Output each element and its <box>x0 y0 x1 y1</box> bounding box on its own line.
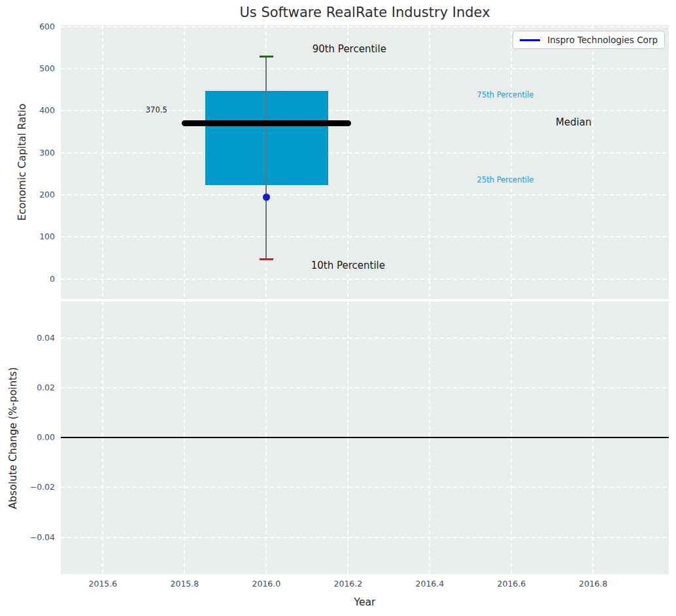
chart-title: Us Software RealRate Industry Index <box>239 5 490 20</box>
x-tick-label: 2016.8 <box>579 579 608 589</box>
x-gridline <box>511 25 512 299</box>
y-gridline <box>61 537 669 538</box>
x-axis-label: Year <box>354 596 376 608</box>
y-axis-label-top: Economic Capital Ratio <box>16 103 28 220</box>
median-line <box>182 120 351 126</box>
y-tick-label: 0.00 <box>0 432 55 442</box>
figure: Us Software RealRate Industry Index Insp… <box>0 0 676 616</box>
y-tick-label: 0 <box>0 274 55 284</box>
annotation-10th-percentile: 10th Percentile <box>311 260 385 271</box>
zero-line <box>61 437 669 438</box>
x-tick-label: 2016.2 <box>334 579 363 589</box>
y-gridline <box>61 68 669 69</box>
y-tick-label: −0.04 <box>0 532 55 542</box>
y-tick-label: 400 <box>0 105 55 115</box>
annotation-90th-percentile: 90th Percentile <box>313 43 386 55</box>
annotation-median: Median <box>556 116 592 128</box>
x-tick-label: 2016.0 <box>252 579 281 589</box>
legend-line-sample <box>520 39 540 41</box>
bottom-axes-absolute-change <box>61 301 669 574</box>
y-tick-label: 500 <box>0 63 55 73</box>
y-tick-label: 0.02 <box>0 383 55 392</box>
x-tick-label: 2016.6 <box>498 579 526 589</box>
y-gridline <box>61 387 669 388</box>
y-gridline <box>61 236 669 237</box>
annotation-25th-percentile: 25th Percentile <box>477 175 534 184</box>
legend-label: Inspro Technologies Corp <box>547 35 658 45</box>
x-gridline <box>429 25 430 299</box>
y-tick-label: 0.04 <box>0 333 55 343</box>
y-gridline <box>61 194 669 196</box>
y-tick-label: 200 <box>0 190 55 199</box>
p10-cap <box>260 258 273 260</box>
x-tick-label: 2015.6 <box>89 579 118 589</box>
legend: Inspro Technologies Corp <box>513 31 665 49</box>
top-axes-economic-capital-ratio: Inspro Technologies Corp 90th Percentile… <box>61 25 669 299</box>
annotation-370-5: 370.5 <box>146 105 167 114</box>
y-tick-label: −0.02 <box>0 482 55 492</box>
x-gridline <box>184 25 185 299</box>
y-tick-label: 100 <box>0 231 55 241</box>
x-gridline <box>347 25 348 299</box>
y-gridline <box>61 337 669 339</box>
x-gridline <box>102 25 103 299</box>
annotation-75th-percentile: 75th Percentile <box>477 90 534 99</box>
y-gridline <box>61 152 669 154</box>
y-gridline <box>61 487 669 488</box>
y-tick-label: 300 <box>0 148 55 158</box>
x-tick-label: 2015.8 <box>171 579 199 589</box>
whisker-line <box>265 56 267 259</box>
p90-cap <box>260 56 273 58</box>
y-gridline <box>61 26 669 27</box>
x-gridline <box>592 25 594 299</box>
company-marker <box>263 194 270 201</box>
x-tick-label: 2016.4 <box>416 579 445 589</box>
y-gridline <box>61 279 669 280</box>
y-tick-label: 600 <box>0 22 55 31</box>
